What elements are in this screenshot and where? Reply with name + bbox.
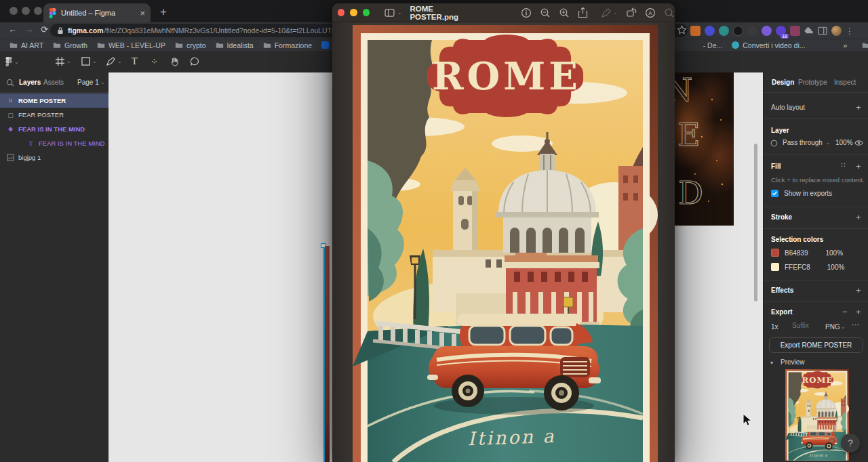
tab-prototype[interactable]: Prototype [798, 79, 827, 86]
info-button[interactable] [521, 7, 532, 18]
page-selector[interactable]: Page 1 [77, 79, 99, 86]
bookmark-item[interactable]: crypto [175, 41, 206, 49]
back-icon[interactable]: ← [8, 24, 17, 35]
folder-icon [9, 42, 18, 49]
extension-icon-purple[interactable] [762, 26, 772, 36]
fear-poster-fragment[interactable]: N E D [675, 72, 734, 226]
bookmark-item[interactable]: AI ART [9, 41, 43, 49]
figma-main-menu[interactable]: ⌄ [5, 57, 19, 66]
pen-tool-button[interactable]: ⌄ [106, 57, 122, 66]
selection-color-row[interactable]: FFEFC8 100% [771, 263, 844, 271]
forward-icon[interactable]: → [24, 24, 33, 35]
layer-opacity[interactable]: 100% [835, 139, 853, 146]
text-tool-button[interactable]: T [132, 56, 138, 67]
eye-icon[interactable] [854, 140, 863, 146]
resources-tool-button[interactable]: ⁘ [151, 56, 159, 66]
bookmark-item[interactable]: WEB - LEVEL-UP [97, 41, 165, 49]
minimize-button[interactable] [350, 9, 357, 16]
rome-frame-edge[interactable] [325, 246, 330, 462]
export-suffix-input[interactable] [791, 321, 824, 330]
color-hex: FFEFC8 [785, 264, 810, 271]
new-tab-button[interactable]: + [160, 5, 167, 19]
close-button[interactable] [338, 9, 344, 16]
blend-mode-icon[interactable] [770, 140, 778, 147]
bookmark-item[interactable]: Formazione [263, 41, 312, 49]
export-add-button[interactable]: + [856, 307, 861, 317]
shape-tool-button[interactable]: ⌄ [81, 57, 97, 66]
extension-icon-teal-n[interactable] [719, 26, 729, 36]
layer-row-component[interactable]: ❖ FEAR IS IN THE MIND [0, 122, 108, 136]
frame-tool-button[interactable]: ⌄ [56, 57, 71, 66]
zoom-in-button[interactable] [559, 7, 570, 18]
extension-icon-dark-h[interactable] [733, 26, 743, 36]
layer-row-fear-poster[interactable]: ▢ FEAR POSTER [0, 108, 108, 122]
profile-avatar[interactable] [831, 26, 842, 36]
blend-mode-select[interactable]: Pass through [783, 139, 823, 146]
export-rome-poster-button[interactable]: Export ROME POSTER [769, 337, 863, 353]
bookmarks-overflow-chevron[interactable]: » [843, 41, 847, 49]
layer-row-rome-poster[interactable]: ⌗ ROME POSTER [0, 93, 108, 108]
extension-icon-orange[interactable] [690, 26, 701, 36]
auto-layout-add-button[interactable]: + [856, 102, 861, 112]
export-remove-button[interactable]: − [842, 307, 848, 317]
tab-close-icon[interactable]: × [140, 9, 145, 18]
markup-button[interactable]: ⌄ [601, 8, 618, 18]
bookmark-star-icon[interactable] [677, 25, 687, 35]
selection-handle[interactable] [321, 243, 326, 248]
help-button[interactable]: ? [841, 434, 860, 453]
window-zoom-button[interactable] [34, 7, 42, 15]
export-more-icon[interactable]: ⋯ [852, 320, 860, 329]
tab-design[interactable]: Design [772, 79, 794, 86]
preview-disclosure-icon[interactable]: ▾ [770, 360, 773, 366]
bookmark-item[interactable]: - De... [703, 41, 723, 49]
preview-titlebar[interactable]: ⌄ ROME POSTER.png [332, 3, 675, 22]
search-icon[interactable] [6, 79, 14, 87]
window-close-button[interactable] [9, 7, 18, 15]
bookmark-item[interactable]: Idealista [216, 41, 254, 49]
color-swatch[interactable] [771, 249, 779, 257]
zoom-button[interactable] [363, 9, 370, 16]
effects-add-button[interactable]: + [856, 285, 861, 295]
export-scale[interactable]: 1x [771, 323, 778, 331]
bookmark-item[interactable]: Converti i video di... [732, 41, 805, 49]
fill-styles-icon[interactable]: ∷ [841, 161, 846, 169]
show-in-exports-checkbox[interactable] [771, 190, 778, 197]
extensions-row: 18 ⋮ [690, 26, 854, 36]
design-panel-tabs: Design Prototype Inspect [764, 72, 868, 93]
panel-icon[interactable] [818, 26, 827, 35]
extension-icon-key[interactable] [747, 26, 757, 36]
layer-row-image[interactable]: bigjpg 1 [0, 150, 108, 165]
search-button[interactable] [664, 7, 675, 18]
rotate-button[interactable] [626, 7, 637, 18]
annotate-button[interactable]: A [645, 7, 656, 18]
extension-icon-indigo[interactable] [705, 26, 715, 36]
zoom-out-button[interactable] [540, 7, 551, 18]
canvas-scrollbar[interactable] [754, 144, 757, 301]
color-swatch[interactable] [771, 263, 779, 271]
puzzle-icon[interactable] [804, 26, 814, 36]
tab-inspect[interactable]: Inspect [834, 79, 856, 86]
fill-add-button[interactable]: + [856, 161, 861, 171]
preview-content[interactable]: Itinon a ROME [332, 22, 675, 462]
rome-poster-art: Itinon a ROME [353, 25, 658, 462]
bookmark-item[interactable]: Growth [53, 41, 87, 49]
browser-menu-icon[interactable]: ⋮ [846, 26, 854, 36]
window-minimize-button[interactable] [22, 7, 30, 15]
preview-window[interactable]: ⌄ ROME POSTER.png [332, 3, 675, 462]
layer-row-text[interactable]: T FEAR IS IN THE MIND [0, 136, 108, 150]
tab-assets[interactable]: Assets [43, 79, 64, 86]
stroke-add-button[interactable]: + [856, 212, 861, 222]
extension-icon-red-square[interactable] [790, 26, 800, 36]
browser-tab[interactable]: Untitled – Figma × [43, 3, 151, 22]
hand-tool-button[interactable] [170, 57, 179, 66]
sidebar-toggle-button[interactable]: ⌄ [384, 9, 402, 17]
selection-color-row[interactable]: B64839 100% [771, 249, 843, 257]
reload-icon[interactable]: ⟳ [41, 24, 48, 35]
figma-logo-icon [5, 57, 12, 66]
share-button[interactable] [578, 7, 588, 18]
export-format-select[interactable]: PNG [825, 323, 840, 331]
extension-icon-badge[interactable]: 18 [776, 26, 786, 36]
tab-layers[interactable]: Layers [19, 79, 41, 86]
comment-tool-button[interactable] [190, 57, 199, 66]
other-bookmarks-folder[interactable]: Altri Preferiti [862, 41, 868, 49]
